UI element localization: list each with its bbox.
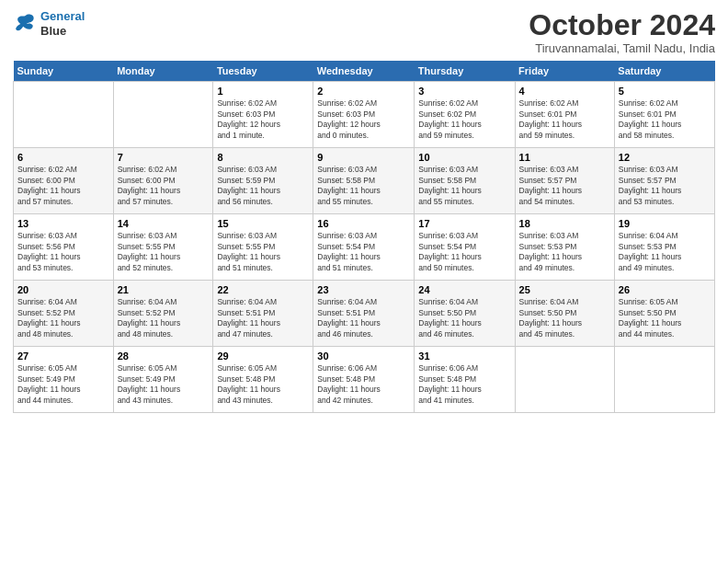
day-number: 26 (619, 284, 711, 295)
day-number: 7 (118, 152, 210, 163)
header: General Blue October 2024 Tiruvannamalai… (13, 9, 715, 55)
day-cell: 13Sunrise: 6:03 AM Sunset: 5:56 PM Dayli… (14, 214, 114, 281)
day-header-thursday: Thursday (415, 61, 515, 82)
day-info: Sunrise: 6:02 AM Sunset: 6:03 PM Dayligh… (317, 98, 410, 141)
day-cell: 17Sunrise: 6:03 AM Sunset: 5:54 PM Dayli… (415, 214, 515, 281)
day-cell: 10Sunrise: 6:03 AM Sunset: 5:58 PM Dayli… (415, 148, 515, 214)
day-cell: 2Sunrise: 6:02 AM Sunset: 6:03 PM Daylig… (313, 82, 415, 148)
day-info: Sunrise: 6:03 AM Sunset: 5:57 PM Dayligh… (619, 165, 711, 207)
day-cell: 9Sunrise: 6:03 AM Sunset: 5:58 PM Daylig… (313, 148, 415, 214)
day-cell: 24Sunrise: 6:04 AM Sunset: 5:50 PM Dayli… (415, 281, 515, 347)
day-info: Sunrise: 6:04 AM Sunset: 5:51 PM Dayligh… (217, 297, 309, 339)
day-cell: 4Sunrise: 6:02 AM Sunset: 6:01 PM Daylig… (515, 82, 614, 148)
location: Tiruvannamalai, Tamil Nadu, India (529, 41, 715, 55)
day-cell: 26Sunrise: 6:05 AM Sunset: 5:50 PM Dayli… (614, 281, 714, 347)
day-cell: 22Sunrise: 6:04 AM Sunset: 5:51 PM Dayli… (213, 281, 313, 347)
day-info: Sunrise: 6:03 AM Sunset: 5:56 PM Dayligh… (17, 231, 109, 273)
day-number: 19 (619, 218, 711, 229)
day-info: Sunrise: 6:02 AM Sunset: 6:00 PM Dayligh… (118, 165, 210, 207)
day-number: 27 (17, 350, 109, 362)
day-info: Sunrise: 6:02 AM Sunset: 6:00 PM Dayligh… (17, 165, 109, 207)
day-cell: 6Sunrise: 6:02 AM Sunset: 6:00 PM Daylig… (14, 148, 114, 214)
day-number: 31 (418, 350, 510, 362)
day-cell: 1Sunrise: 6:02 AM Sunset: 6:03 PM Daylig… (213, 82, 313, 148)
day-info: Sunrise: 6:03 AM Sunset: 5:54 PM Dayligh… (418, 231, 510, 273)
day-header-saturday: Saturday (614, 61, 714, 82)
day-number: 3 (418, 86, 510, 97)
day-info: Sunrise: 6:03 AM Sunset: 5:59 PM Dayligh… (217, 165, 309, 207)
day-cell: 7Sunrise: 6:02 AM Sunset: 6:00 PM Daylig… (113, 148, 213, 214)
day-info: Sunrise: 6:06 AM Sunset: 5:48 PM Dayligh… (317, 363, 410, 406)
title-area: October 2024 Tiruvannamalai, Tamil Nadu,… (529, 9, 715, 55)
day-number: 6 (17, 152, 109, 163)
day-info: Sunrise: 6:02 AM Sunset: 6:02 PM Dayligh… (418, 98, 510, 141)
day-number: 10 (418, 152, 510, 163)
logo-icon (13, 11, 39, 37)
day-number: 14 (118, 218, 210, 229)
day-cell: 20Sunrise: 6:04 AM Sunset: 5:52 PM Dayli… (14, 281, 114, 347)
day-cell: 30Sunrise: 6:06 AM Sunset: 5:48 PM Dayli… (313, 347, 415, 413)
logo-text: General Blue (40, 9, 85, 38)
day-cell: 16Sunrise: 6:03 AM Sunset: 5:54 PM Dayli… (313, 214, 415, 281)
day-header-wednesday: Wednesday (313, 61, 415, 82)
day-cell: 8Sunrise: 6:03 AM Sunset: 5:59 PM Daylig… (213, 148, 313, 214)
day-info: Sunrise: 6:03 AM Sunset: 5:57 PM Dayligh… (519, 165, 610, 207)
day-info: Sunrise: 6:03 AM Sunset: 5:55 PM Dayligh… (118, 231, 210, 273)
day-header-tuesday: Tuesday (213, 61, 313, 82)
day-number: 5 (619, 86, 711, 97)
day-cell (113, 82, 213, 148)
day-number: 16 (317, 218, 410, 229)
day-number: 15 (217, 218, 309, 229)
day-info: Sunrise: 6:02 AM Sunset: 6:01 PM Dayligh… (619, 98, 711, 141)
day-cell (614, 347, 714, 413)
day-cell: 31Sunrise: 6:06 AM Sunset: 5:48 PM Dayli… (415, 347, 515, 413)
day-info: Sunrise: 6:03 AM Sunset: 5:58 PM Dayligh… (317, 165, 410, 207)
day-info: Sunrise: 6:04 AM Sunset: 5:50 PM Dayligh… (418, 297, 510, 339)
day-number: 1 (217, 86, 309, 97)
day-number: 20 (17, 284, 109, 295)
day-cell: 18Sunrise: 6:03 AM Sunset: 5:53 PM Dayli… (515, 214, 614, 281)
day-number: 4 (519, 86, 610, 97)
day-info: Sunrise: 6:03 AM Sunset: 5:54 PM Dayligh… (317, 231, 410, 273)
day-cell: 11Sunrise: 6:03 AM Sunset: 5:57 PM Dayli… (515, 148, 614, 214)
day-number: 25 (519, 284, 610, 295)
day-cell: 19Sunrise: 6:04 AM Sunset: 5:53 PM Dayli… (614, 214, 714, 281)
day-number: 9 (317, 152, 410, 163)
week-row-1: 1Sunrise: 6:02 AM Sunset: 6:03 PM Daylig… (14, 82, 715, 148)
header-row: SundayMondayTuesdayWednesdayThursdayFrid… (14, 61, 715, 82)
day-number: 29 (217, 350, 309, 362)
day-cell: 15Sunrise: 6:03 AM Sunset: 5:55 PM Dayli… (213, 214, 313, 281)
day-cell: 5Sunrise: 6:02 AM Sunset: 6:01 PM Daylig… (614, 82, 714, 148)
day-number: 23 (317, 284, 410, 295)
day-info: Sunrise: 6:04 AM Sunset: 5:53 PM Dayligh… (619, 231, 711, 273)
day-info: Sunrise: 6:04 AM Sunset: 5:51 PM Dayligh… (317, 297, 410, 339)
calendar-page: General Blue October 2024 Tiruvannamalai… (0, 0, 728, 420)
day-number: 17 (418, 218, 510, 229)
day-info: Sunrise: 6:04 AM Sunset: 5:50 PM Dayligh… (519, 297, 610, 339)
month-title: October 2024 (529, 9, 715, 41)
day-cell: 3Sunrise: 6:02 AM Sunset: 6:02 PM Daylig… (415, 82, 515, 148)
day-cell: 21Sunrise: 6:04 AM Sunset: 5:52 PM Dayli… (113, 281, 213, 347)
day-number: 13 (17, 218, 109, 229)
day-info: Sunrise: 6:05 AM Sunset: 5:48 PM Dayligh… (217, 363, 309, 406)
day-number: 21 (118, 284, 210, 295)
day-info: Sunrise: 6:03 AM Sunset: 5:55 PM Dayligh… (217, 231, 309, 273)
day-cell (515, 347, 614, 413)
day-cell: 25Sunrise: 6:04 AM Sunset: 5:50 PM Dayli… (515, 281, 614, 347)
day-header-sunday: Sunday (14, 61, 114, 82)
day-info: Sunrise: 6:04 AM Sunset: 5:52 PM Dayligh… (118, 297, 210, 339)
day-info: Sunrise: 6:05 AM Sunset: 5:49 PM Dayligh… (17, 363, 109, 406)
day-number: 12 (619, 152, 711, 163)
week-row-5: 27Sunrise: 6:05 AM Sunset: 5:49 PM Dayli… (14, 347, 715, 413)
day-info: Sunrise: 6:05 AM Sunset: 5:50 PM Dayligh… (619, 297, 711, 339)
day-cell: 23Sunrise: 6:04 AM Sunset: 5:51 PM Dayli… (313, 281, 415, 347)
day-cell: 12Sunrise: 6:03 AM Sunset: 5:57 PM Dayli… (614, 148, 714, 214)
day-number: 28 (118, 350, 210, 362)
day-header-monday: Monday (113, 61, 213, 82)
day-number: 18 (519, 218, 610, 229)
day-cell: 27Sunrise: 6:05 AM Sunset: 5:49 PM Dayli… (14, 347, 114, 413)
day-number: 2 (317, 86, 410, 97)
day-cell: 29Sunrise: 6:05 AM Sunset: 5:48 PM Dayli… (213, 347, 313, 413)
week-row-4: 20Sunrise: 6:04 AM Sunset: 5:52 PM Dayli… (14, 281, 715, 347)
day-info: Sunrise: 6:03 AM Sunset: 5:53 PM Dayligh… (519, 231, 610, 273)
